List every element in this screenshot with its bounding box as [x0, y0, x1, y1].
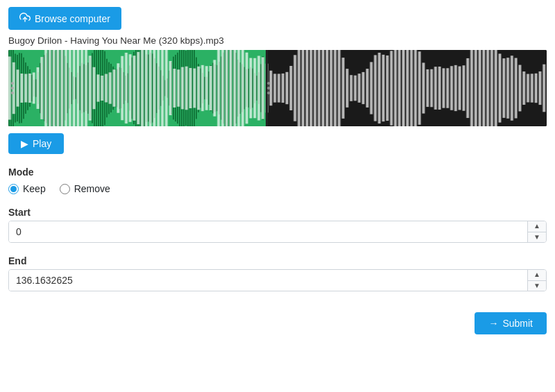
mode-remove-radio[interactable]	[60, 184, 70, 194]
divider-handle[interactable]	[267, 82, 270, 94]
mode-keep-radio[interactable]	[8, 184, 19, 194]
mode-label: Mode	[8, 167, 547, 178]
end-spinner-buttons: ▲ ▼	[527, 270, 546, 291]
waveform-display	[8, 50, 547, 126]
mode-keep-label: Keep	[23, 183, 46, 194]
mode-remove-label: Remove	[74, 183, 110, 194]
end-increment-button[interactable]: ▲	[528, 270, 546, 281]
start-section: Start ▲ ▼	[8, 207, 547, 243]
play-button-label: Play	[33, 138, 51, 149]
mode-keep-option[interactable]: Keep	[8, 183, 46, 194]
play-icon: ▶	[21, 138, 28, 149]
end-input-wrapper: ▲ ▼	[8, 269, 547, 291]
mode-section: Mode Keep Remove	[8, 167, 547, 194]
end-input[interactable]	[9, 270, 527, 291]
mode-radio-group: Keep Remove	[8, 183, 547, 194]
end-label: End	[8, 255, 547, 266]
end-section: End ▲ ▼	[8, 255, 547, 291]
mode-remove-option[interactable]: Remove	[60, 183, 110, 194]
browse-button-label: Browse computer	[35, 13, 110, 24]
start-increment-button[interactable]: ▲	[528, 221, 546, 232]
start-label: Start	[8, 207, 547, 218]
start-input-wrapper: ▲ ▼	[8, 221, 547, 243]
submit-button[interactable]: → Submit	[475, 312, 547, 334]
file-name: Bugoy Drilon - Having You Near Me (320 k…	[8, 35, 547, 46]
waveform-canvas-right	[8, 50, 547, 126]
submit-button-label: Submit	[502, 318, 533, 329]
waveform-divider	[266, 50, 268, 126]
upload-cloud-icon	[19, 12, 31, 25]
waveform-right	[268, 50, 547, 126]
start-input[interactable]	[9, 221, 527, 242]
start-decrement-button[interactable]: ▼	[528, 232, 546, 243]
bottom-row: → Submit	[8, 298, 547, 334]
play-button[interactable]: ▶ Play	[8, 133, 64, 154]
start-spinner-buttons: ▲ ▼	[527, 221, 546, 242]
end-decrement-button[interactable]: ▼	[528, 281, 546, 291]
arrow-right-icon: →	[488, 318, 498, 329]
browse-button[interactable]: Browse computer	[8, 7, 121, 30]
left-handle[interactable]	[11, 82, 14, 94]
